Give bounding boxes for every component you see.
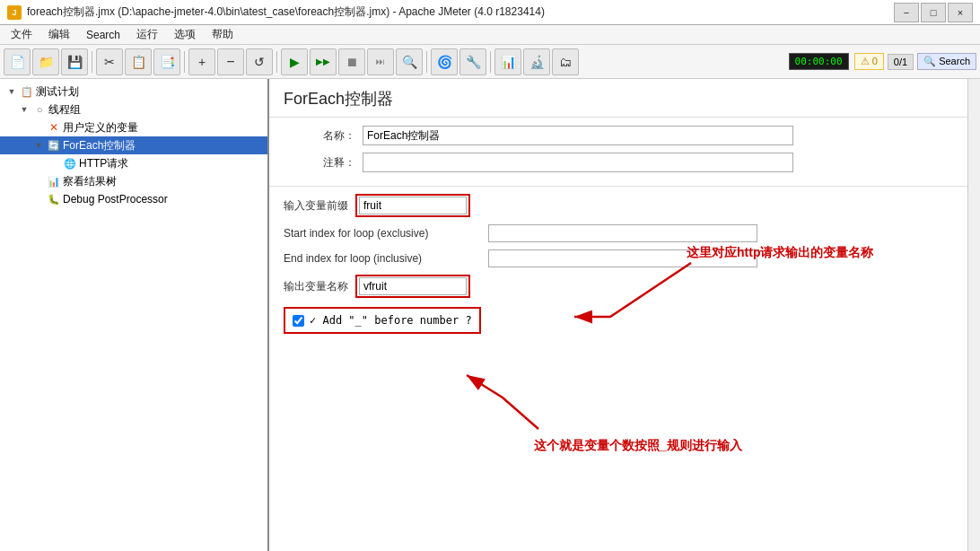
end-index-label: End index for loop (inclusive)	[284, 252, 481, 265]
tree-node-debug-post[interactable]: 🐛 Debug PostProcessor	[0, 190, 267, 208]
toolbar-separator-1	[92, 51, 92, 73]
input-prefix-input[interactable]	[359, 197, 467, 214]
toolbar-log-viewer[interactable]: 🔬	[523, 48, 550, 75]
close-button[interactable]: ×	[948, 3, 973, 22]
input-prefix-label: 输入变量前缀	[284, 198, 348, 214]
name-label: 名称：	[284, 128, 355, 144]
thread-group-icon: ○	[32, 102, 47, 117]
toolbar-stop[interactable]: ⏹	[338, 48, 365, 75]
input-prefix-row: 输入变量前缀	[269, 187, 980, 221]
tree-node-thread-group[interactable]: ▼ ○ 线程组	[0, 101, 267, 118]
menubar: 文件 编辑 Search 运行 选项 帮助	[0, 25, 980, 45]
output-var-box	[355, 275, 470, 298]
tree-node-user-vars[interactable]: ✕ 用户定义的变量	[0, 118, 267, 136]
output-var-label: 输出变量名称	[284, 279, 348, 294]
toggle-user-vars	[32, 121, 45, 134]
toolbar-aggregate[interactable]: 📊	[494, 48, 521, 75]
start-index-label: Start index for loop (exclusive)	[284, 227, 481, 240]
toolbar-templates[interactable]: 🔧	[459, 48, 486, 75]
toolbar-clear[interactable]: 🔍	[396, 48, 423, 75]
toolbar-reset[interactable]: ↺	[246, 48, 273, 75]
menu-file[interactable]: 文件	[4, 25, 39, 44]
test-plan-label: 测试计划	[36, 84, 79, 100]
maximize-button[interactable]: □	[921, 3, 946, 22]
toolbar-open[interactable]: 📁	[32, 48, 59, 75]
menu-options[interactable]: 选项	[167, 25, 203, 44]
result-tree-icon: 📊	[47, 174, 61, 188]
toolbar-shutdown[interactable]: ⏭	[367, 48, 394, 75]
main-layout: ▼ 📋 测试计划 ▼ ○ 线程组 ✕ 用户定义的变量 ▼ 🔄 ForEach控制…	[0, 79, 980, 551]
window-controls: − □ ×	[894, 3, 973, 22]
right-scrollbar[interactable]	[967, 79, 980, 551]
toolbar-start[interactable]: ▶	[281, 48, 308, 75]
name-input[interactable]	[363, 126, 793, 145]
end-index-row: End index for loop (inclusive)	[269, 246, 980, 271]
toolbar-paste[interactable]: 📑	[153, 48, 180, 75]
toolbar-start-no-pauses[interactable]: ▶▶	[310, 48, 337, 75]
toggle-test-plan[interactable]: ▼	[5, 85, 18, 98]
end-index-input[interactable]	[488, 249, 757, 267]
tree-node-result-tree[interactable]: 📊 察看结果树	[0, 172, 267, 190]
warning-badge: ⚠ 0	[854, 53, 884, 70]
toolbar: 📄 📁 💾 ✂ 📋 📑 + − ↺ ▶ ▶▶ ⏹ ⏭ 🔍 🌀 🔧 📊 🔬 🗂 0…	[0, 45, 980, 79]
timer-display: 00:00:00	[789, 53, 849, 70]
minimize-button[interactable]: −	[894, 3, 919, 22]
output-var-row: 输出变量名称	[269, 271, 980, 302]
checkbox-label: ✓ Add "_" before number ?	[310, 314, 472, 327]
toggle-http-req	[48, 157, 61, 170]
output-var-input[interactable]	[359, 277, 467, 295]
panel-title: ForEach控制器	[269, 79, 980, 118]
toolbar-new[interactable]: 📄	[4, 48, 31, 75]
comment-row: 注释：	[284, 152, 966, 173]
toolbar-separator-3	[276, 51, 277, 73]
form-section: 名称： 注释：	[269, 118, 980, 186]
start-index-row: Start index for loop (exclusive)	[269, 221, 980, 246]
result-tree-label: 察看结果树	[63, 174, 117, 189]
thread-group-label: 线程组	[48, 102, 81, 118]
menu-run[interactable]: 运行	[129, 25, 165, 44]
tree-panel: ▼ 📋 测试计划 ▼ ○ 线程组 ✕ 用户定义的变量 ▼ 🔄 ForEach控制…	[0, 79, 269, 551]
toolbar-save[interactable]: 💾	[61, 48, 88, 75]
annotation-text-2: 这个就是变量个数按照_规则进行输入	[534, 438, 742, 454]
tree-node-test-plan[interactable]: ▼ 📋 测试计划	[0, 83, 267, 101]
toolbar-add[interactable]: +	[188, 48, 215, 75]
user-vars-label: 用户定义的变量	[63, 120, 138, 136]
right-panel: ForEach控制器 名称： 注释： 输入变量前缀 Start index fo…	[269, 79, 980, 551]
start-index-input[interactable]	[488, 224, 757, 242]
comment-label: 注释：	[284, 155, 355, 171]
counter-display: 0/1	[888, 54, 914, 70]
toggle-thread-group[interactable]: ▼	[18, 103, 31, 116]
input-prefix-box	[355, 194, 470, 217]
user-vars-icon: ✕	[47, 120, 61, 135]
debug-post-icon: 🐛	[47, 192, 61, 206]
search-button[interactable]: 🔍 Search	[917, 53, 976, 70]
toggle-foreach-ctrl[interactable]: ▼	[32, 139, 45, 152]
name-row: 名称：	[284, 125, 966, 146]
comment-input[interactable]	[363, 153, 793, 172]
tree-node-foreach-ctrl[interactable]: ▼ 🔄 ForEach控制器	[0, 136, 267, 154]
add-underscore-checkbox[interactable]	[293, 315, 304, 327]
toolbar-copy[interactable]: 📋	[125, 48, 152, 75]
toolbar-cut[interactable]: ✂	[96, 48, 123, 75]
http-req-label: HTTP请求	[79, 156, 128, 171]
foreach-ctrl-icon: 🔄	[47, 138, 61, 153]
debug-post-label: Debug PostProcessor	[63, 193, 168, 206]
toolbar-separator-2	[184, 51, 185, 73]
toggle-result-tree	[32, 175, 45, 188]
checkbox-row: ✓ Add "_" before number ?	[284, 307, 481, 334]
menu-edit[interactable]: 编辑	[41, 25, 77, 44]
tree-node-http-req[interactable]: 🌐 HTTP请求	[0, 154, 267, 172]
title-text: foreach控制器.jmx (D:\apache-jmeter-4.0\bin…	[27, 4, 894, 20]
toolbar-log-level[interactable]: 🗂	[552, 48, 579, 75]
app-icon: J	[7, 5, 22, 20]
toolbar-func-helper[interactable]: 🌀	[431, 48, 458, 75]
toggle-debug-post	[32, 193, 45, 206]
toolbar-remove[interactable]: −	[217, 48, 244, 75]
toolbar-separator-4	[426, 51, 427, 73]
titlebar: J foreach控制器.jmx (D:\apache-jmeter-4.0\b…	[0, 0, 980, 25]
foreach-ctrl-label: ForEach控制器	[63, 138, 136, 153]
toolbar-separator-5	[490, 51, 491, 73]
menu-help[interactable]: 帮助	[205, 25, 241, 44]
http-req-icon: 🌐	[63, 156, 77, 171]
menu-search[interactable]: Search	[79, 27, 127, 43]
